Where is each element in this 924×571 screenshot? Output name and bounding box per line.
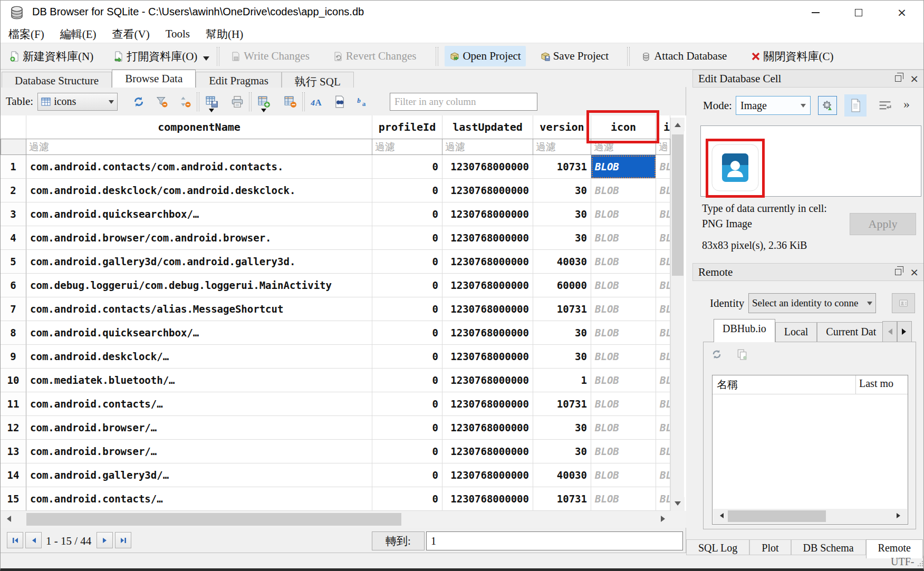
cell-componentName[interactable]: com.android.quicksearchbox/… (26, 321, 372, 345)
save-table-view-button[interactable] (204, 93, 220, 110)
column-header-componentName[interactable]: componentName (26, 115, 372, 139)
goto-row-input[interactable] (426, 531, 683, 550)
cell-profileId[interactable]: 0 (372, 416, 442, 440)
scroll-up-button[interactable] (671, 118, 685, 131)
cell-partial[interactable]: BLOB (656, 392, 670, 416)
column-header-lastUpdated[interactable]: lastUpdated (442, 115, 533, 139)
cell-icon-blob[interactable]: BLOB (591, 345, 656, 369)
cell-version[interactable]: 30 (533, 416, 591, 440)
cell-partial[interactable]: BLOB (656, 274, 670, 297)
cell-version[interactable]: 10731 (533, 297, 591, 321)
cell-lastUpdated[interactable]: 1230768000000 (442, 202, 533, 226)
attach-database-button[interactable]: Attach Database (636, 46, 732, 66)
cell-icon-blob[interactable]: BLOB (591, 392, 656, 416)
menu-view[interactable]: 查看(V) (104, 27, 158, 42)
cell-version[interactable]: 30 (533, 179, 591, 202)
cell-icon-blob[interactable]: BLOB (591, 487, 656, 511)
scroll-down-button[interactable] (671, 497, 685, 511)
cell-partial[interactable]: BLOB (656, 345, 670, 369)
filter-input[interactable] (656, 139, 670, 154)
identity-settings-button[interactable] (892, 293, 915, 313)
filter-any-column-input[interactable] (390, 93, 537, 111)
cell-icon-blob[interactable]: BLOB (591, 155, 656, 179)
menu-file[interactable]: 檔案(F) (1, 27, 52, 42)
cell-componentName[interactable]: com.android.contacts/… (26, 392, 372, 416)
cell-componentName[interactable]: com.android.contacts/… (26, 487, 372, 511)
row-number-cell[interactable]: 9 (1, 345, 26, 369)
cell-partial[interactable]: BLOB (656, 369, 670, 392)
cell-lastUpdated[interactable]: 1230768000000 (442, 369, 533, 392)
dock-tab-sql-log[interactable]: SQL Log (686, 539, 749, 555)
cell-partial[interactable]: BLOB (656, 226, 670, 250)
row-number-cell[interactable]: 12 (1, 416, 26, 440)
cell-componentName[interactable]: com.android.gallery3d/… (26, 463, 372, 487)
tab-scroll-right-button[interactable] (897, 321, 912, 342)
cell-partial[interactable]: BLOB (656, 250, 670, 274)
filter-input[interactable] (26, 139, 372, 154)
cell-version[interactable]: 60000 (533, 274, 591, 297)
menu-help[interactable]: 幫助(H) (198, 27, 251, 42)
dock-tab-plot[interactable]: Plot (749, 539, 791, 555)
row-number-cell[interactable]: 6 (1, 274, 26, 297)
save-project-button[interactable]: Save Project (535, 46, 614, 66)
insert-record-button[interactable] (256, 93, 273, 110)
clear-sorting-button[interactable] (177, 93, 194, 110)
cell-componentName[interactable]: com.mediatek.bluetooth/… (26, 369, 372, 392)
cell-icon-blob[interactable]: BLOB (591, 226, 656, 250)
maximize-button[interactable] (837, 1, 880, 25)
vertical-scroll-thumb[interactable] (672, 134, 684, 276)
filter-input[interactable] (372, 139, 442, 154)
cell-lastUpdated[interactable]: 1230768000000 (442, 440, 533, 463)
new-database-button[interactable]: 新建資料庫(N) (5, 45, 98, 67)
cell-profileId[interactable]: 0 (372, 155, 442, 179)
cell-partial[interactable]: BLOB (656, 297, 670, 321)
row-number-cell[interactable]: 10 (1, 369, 26, 392)
revert-changes-button[interactable]: Revert Changes (328, 46, 421, 66)
cell-icon-blob[interactable]: BLOB (591, 297, 656, 321)
word-wrap-button[interactable] (878, 99, 892, 113)
close-panel-icon[interactable]: × (910, 267, 919, 277)
table-select[interactable]: icons (37, 93, 118, 111)
refresh-icon[interactable] (711, 349, 723, 360)
cell-version[interactable]: 30 (533, 440, 591, 463)
cell-profileId[interactable]: 0 (372, 345, 442, 369)
resize-grip-icon[interactable] (917, 560, 923, 567)
clear-filters-button[interactable] (153, 93, 170, 110)
horizontal-scroll-thumb[interactable] (728, 510, 826, 522)
cell-profileId[interactable]: 0 (372, 179, 442, 202)
write-changes-button[interactable]: Write Changes (226, 46, 314, 66)
scroll-right-icon[interactable] (661, 516, 668, 522)
delete-record-button[interactable] (282, 93, 299, 110)
cell-partial[interactable]: BLOB (656, 179, 670, 202)
cell-lastUpdated[interactable]: 1230768000000 (442, 155, 533, 179)
row-number-cell[interactable]: 3 (1, 202, 26, 226)
tab-browse-data[interactable]: Browse Data (112, 70, 196, 88)
tab-execute-sql[interactable]: 執行 SQL (282, 72, 354, 88)
cell-componentName[interactable]: com.android.browser/… (26, 440, 372, 463)
row-number-cell[interactable]: 4 (1, 226, 26, 250)
cell-componentName[interactable]: com.debug.loggerui/com.debug.loggerui.Ma… (26, 274, 372, 297)
filter-input[interactable] (442, 139, 533, 154)
row-number-cell[interactable]: 14 (1, 463, 26, 487)
cell-version[interactable]: 10731 (533, 487, 591, 511)
tab-scroll-left-button[interactable] (882, 321, 897, 342)
cell-version[interactable]: 10731 (533, 392, 591, 416)
more-tools-button[interactable]: » (903, 97, 910, 111)
identity-select[interactable]: Select an identity to conne (748, 293, 876, 313)
cell-componentName[interactable]: com.android.gallery3d/com.android.galler… (26, 250, 372, 274)
cell-partial[interactable]: BLOB (656, 463, 670, 487)
cell-partial[interactable]: BLOB (656, 155, 670, 179)
cell-lastUpdated[interactable]: 1230768000000 (442, 297, 533, 321)
dock-tab-db-schema[interactable]: DB Schema (791, 539, 866, 555)
cell-componentName[interactable]: com.android.browser/com.android.browser. (26, 226, 372, 250)
auto-switch-mode-button[interactable] (818, 96, 837, 115)
cell-version[interactable]: 10731 (533, 155, 591, 179)
next-page-button[interactable] (97, 532, 113, 548)
filter-input[interactable] (591, 139, 656, 154)
cell-version[interactable]: 30 (533, 345, 591, 369)
cell-profileId[interactable]: 0 (372, 321, 442, 345)
remote-tab-local[interactable]: Local (775, 322, 817, 342)
cell-profileId[interactable]: 0 (372, 226, 442, 250)
cell-componentName[interactable]: com.android.quicksearchbox/… (26, 202, 372, 226)
insert-record-dropdown-icon[interactable] (261, 109, 266, 115)
